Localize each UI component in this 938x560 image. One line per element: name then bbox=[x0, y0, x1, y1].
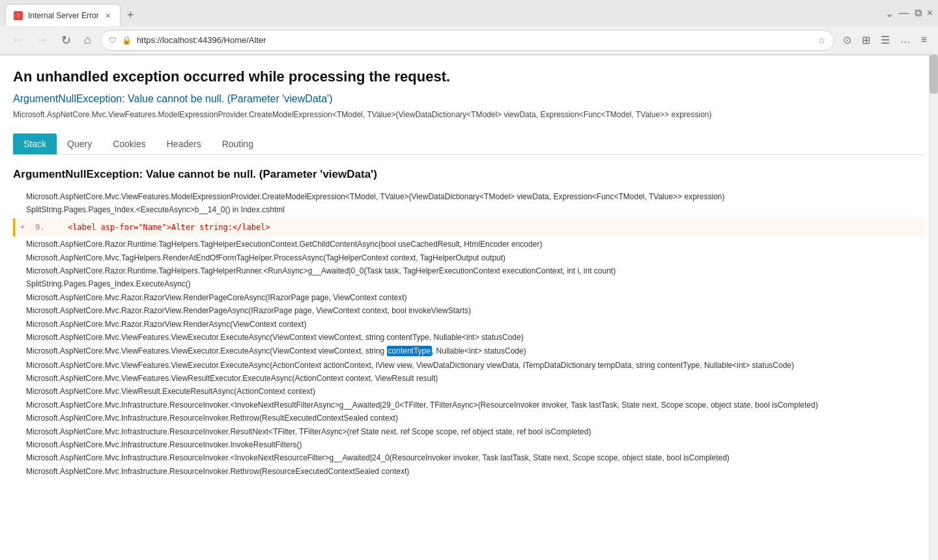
tab-nav-headers[interactable]: Headers bbox=[156, 133, 212, 154]
stack-line-18: Microsoft.AspNetCore.Mvc.Infrastructure.… bbox=[13, 438, 925, 451]
stack-line-5: Microsoft.AspNetCore.Razor.Runtime.TagHe… bbox=[13, 264, 925, 277]
main-error-title: An unhandled exception occurred while pr… bbox=[13, 68, 925, 85]
more-button[interactable]: … bbox=[897, 31, 914, 49]
stack-line-10: Microsoft.AspNetCore.Mvc.ViewFeatures.Vi… bbox=[13, 331, 925, 344]
stack-line-20: Microsoft.AspNetCore.Mvc.Infrastructure.… bbox=[13, 465, 925, 478]
menu-button[interactable]: ≡ bbox=[918, 31, 930, 49]
scrollbar-thumb[interactable] bbox=[930, 55, 938, 94]
exception-type: ArgumentNullException: Value cannot be n… bbox=[13, 93, 925, 105]
reload-button[interactable]: ↻ bbox=[57, 31, 75, 50]
tab-bar: ! Internal Server Error × + ⌄ — ⧉ × bbox=[0, 0, 938, 26]
tab-nav-query[interactable]: Query bbox=[57, 133, 102, 154]
address-bar[interactable]: 🛡 🔒 https://localhost:44396/Home/Alter ☆ bbox=[100, 30, 834, 51]
tabs-nav: StackQueryCookiesHeadersRouting bbox=[13, 133, 925, 155]
stack-line-3: Microsoft.AspNetCore.Razor.Runtime.TagHe… bbox=[13, 238, 925, 251]
stack-line-0: Microsoft.AspNetCore.Mvc.ViewFeatures.Mo… bbox=[13, 190, 925, 203]
nav-actions: ⊙ ⊞ ☰ … ≡ bbox=[840, 31, 930, 49]
page-content: An unhandled exception occurred while pr… bbox=[0, 55, 938, 560]
pocket-button[interactable]: ⊙ bbox=[840, 31, 855, 49]
tab-title: Internal Server Error bbox=[28, 11, 99, 20]
stack-trace: Microsoft.AspNetCore.Mvc.ViewFeatures.Mo… bbox=[13, 190, 925, 478]
stack-line-11: Microsoft.AspNetCore.Mvc.ViewFeatures.Vi… bbox=[13, 344, 925, 358]
stack-line-19: Microsoft.AspNetCore.Mvc.Infrastructure.… bbox=[13, 451, 925, 464]
exception-location: Microsoft.AspNetCore.Mvc.ViewFeatures.Mo… bbox=[13, 109, 925, 120]
home-button[interactable]: ⌂ bbox=[80, 31, 95, 49]
nav-bar: ← → ↻ ⌂ 🛡 🔒 https://localhost:44396/Home… bbox=[0, 26, 938, 55]
browser-chrome: ! Internal Server Error × + ⌄ — ⧉ × ← → … bbox=[0, 0, 938, 55]
active-tab[interactable]: ! Internal Server Error × bbox=[5, 4, 121, 26]
window-controls: ⌄ — ⧉ × bbox=[885, 7, 933, 23]
url-text: https://localhost:44396/Home/Alter bbox=[137, 35, 812, 45]
scrollbar[interactable] bbox=[929, 55, 938, 560]
library-button[interactable]: ⊞ bbox=[859, 31, 874, 49]
reader-view-button[interactable]: ☰ bbox=[877, 31, 893, 49]
bookmark-star-icon[interactable]: ☆ bbox=[817, 35, 826, 46]
new-tab-button[interactable]: + bbox=[121, 5, 141, 26]
stack-line-7: Microsoft.AspNetCore.Mvc.Razor.RazorView… bbox=[13, 291, 925, 304]
stack-line-15: Microsoft.AspNetCore.Mvc.Infrastructure.… bbox=[13, 399, 925, 412]
stack-line-1: SplitString.Pages.Pages_Index.<ExecuteAs… bbox=[13, 203, 925, 216]
stack-line-17: Microsoft.AspNetCore.Mvc.Infrastructure.… bbox=[13, 425, 925, 438]
stack-line-6: SplitString.Pages.Pages_Index.ExecuteAsy… bbox=[13, 277, 925, 290]
window-close-button[interactable]: × bbox=[927, 7, 933, 20]
tab-favicon: ! bbox=[14, 11, 23, 20]
stack-line-4: Microsoft.AspNetCore.Mvc.TagHelpers.Rend… bbox=[13, 251, 925, 264]
tab-nav-cookies[interactable]: Cookies bbox=[102, 133, 156, 154]
stack-section-title: ArgumentNullException: Value cannot be n… bbox=[13, 168, 925, 181]
stack-line-16: Microsoft.AspNetCore.Mvc.Infrastructure.… bbox=[13, 412, 925, 425]
minimize-button[interactable]: — bbox=[899, 7, 909, 20]
stack-line-14: Microsoft.AspNetCore.Mvc.ViewResult.Exec… bbox=[13, 385, 925, 398]
stack-line-9: Microsoft.AspNetCore.Mvc.Razor.RazorView… bbox=[13, 318, 925, 331]
highlighted-text-11: contentType bbox=[387, 346, 432, 356]
back-button[interactable]: ← bbox=[8, 31, 27, 49]
tab-dropdown-button[interactable]: ⌄ bbox=[885, 7, 894, 20]
stack-line-12: Microsoft.AspNetCore.Mvc.ViewFeatures.Vi… bbox=[13, 359, 925, 372]
expand-button-2[interactable]: + bbox=[15, 221, 30, 234]
source-code-2: <label asp-for="Name">Alter string:</lab… bbox=[68, 221, 270, 234]
tab-nav-stack[interactable]: Stack bbox=[13, 133, 57, 154]
stack-line-8: Microsoft.AspNetCore.Mvc.Razor.RazorView… bbox=[13, 304, 925, 317]
stack-line-13: Microsoft.AspNetCore.Mvc.ViewFeatures.Vi… bbox=[13, 372, 925, 385]
tab-close-button[interactable]: × bbox=[104, 10, 112, 21]
security-shield-icon: 🛡 bbox=[109, 36, 117, 45]
source-line-number-2: 9. bbox=[35, 221, 68, 234]
tab-nav-routing[interactable]: Routing bbox=[212, 133, 264, 154]
lock-icon: 🔒 bbox=[122, 36, 132, 45]
source-line-2: +9.<label asp-for="Name">Alter string:</… bbox=[13, 218, 925, 236]
restore-button[interactable]: ⧉ bbox=[915, 7, 922, 20]
forward-button[interactable]: → bbox=[33, 31, 52, 49]
